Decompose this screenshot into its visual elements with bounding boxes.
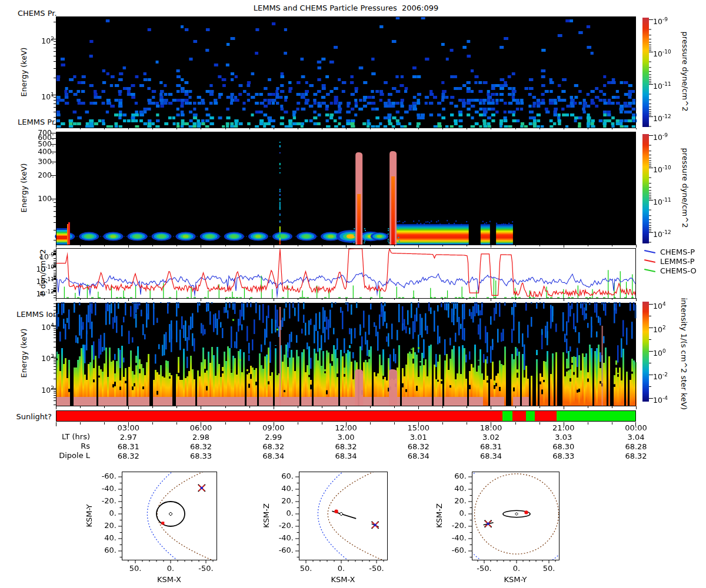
time-row-value: 3.03: [543, 433, 584, 442]
sunlight-segment-red: [512, 411, 526, 421]
rs-row-label: Rs: [14, 442, 90, 450]
axis-tick-label: 10-4: [653, 393, 668, 405]
legend-label: LEMMS-P: [660, 257, 695, 266]
time-row-value: 2.98: [181, 433, 222, 442]
axis-tick-label: 10-11: [653, 79, 671, 91]
axis-tick-label: 200.: [25, 171, 54, 180]
sunlight-segment-green: [502, 411, 513, 421]
time-row-value: 68.34: [398, 452, 439, 460]
plot-page: LEMMS and CHEMS Particle Pressures 2006:…: [0, 0, 706, 588]
axis-tick-label: 102: [25, 383, 54, 395]
time-row-value: 68.33: [543, 452, 584, 460]
axis-tick-label: 10-12: [653, 228, 671, 239]
time-row-value: 00:00: [615, 423, 657, 432]
colorbar1-unit-label: pressure dyne/cm^2: [681, 28, 690, 116]
sunlight-segment-red: [535, 411, 557, 421]
ions-spectrogram-canvas: [46, 302, 639, 410]
axis-tick-label: 100.: [25, 194, 54, 203]
pressure-colorbar-1: [642, 18, 658, 127]
legend-label: CHEMS-P: [660, 248, 695, 256]
axis-tick-label: 10-11: [25, 275, 54, 286]
time-row-value: 21:00: [543, 423, 584, 432]
axis-tick-label: 10-12: [653, 112, 671, 123]
chems-spectrogram-canvas: [46, 16, 639, 129]
axis-tick-label: 10-12: [25, 287, 54, 299]
time-row-value: 68.34: [253, 452, 294, 460]
axis-tick-label: 104: [653, 299, 666, 311]
axis-tick-label: 103: [25, 352, 54, 363]
time-row-value: 68.32: [398, 442, 439, 451]
time-row-value: 68.32: [253, 442, 294, 451]
sunlight-bar: [56, 410, 636, 422]
axis-tick-label: 10-10: [653, 47, 671, 59]
orbit-plot-xz-canvas: [259, 468, 404, 588]
lt-row-label: LT (hrs): [14, 432, 90, 441]
axis-tick-label: 104: [25, 320, 54, 332]
axis-tick-label: 10-9: [653, 15, 668, 26]
axis-tick-label: 10-9: [25, 250, 54, 262]
legend-item-lemms-p: LEMMS-P: [644, 257, 703, 266]
axis-tick-label: 10-10: [653, 163, 671, 175]
time-row-value: 09:00: [253, 423, 294, 432]
axis-tick-label: 10-2: [653, 370, 668, 382]
axis-tick-label: 102: [25, 34, 54, 46]
colorbar2-unit-label: pressure dyne/cm^2: [681, 144, 690, 232]
chems-o-line-swatch: [644, 269, 655, 272]
legend-item-chems-o: CHEMS-O: [644, 266, 703, 276]
pressure-lines-canvas: [46, 248, 639, 302]
time-row-value: 06:00: [181, 423, 222, 432]
sunlight-segment-green: [557, 411, 635, 421]
axis-tick-label: 10-10: [25, 262, 54, 274]
legend-item-chems-p: CHEMS-P: [644, 248, 703, 257]
time-row-value: 68.32: [615, 452, 657, 460]
time-row-value: 68.31: [108, 442, 149, 451]
axis-tick-label: 10-11: [653, 195, 671, 207]
axis-tick-label: 102: [653, 323, 666, 335]
time-row-value: 68.30: [543, 442, 584, 451]
time-row-value: 68.33: [181, 452, 222, 460]
time-row-value: 68.32: [325, 442, 367, 451]
axis-tick-label: 101: [25, 90, 54, 102]
page-title: LEMMS and CHEMS Particle Pressures 2006:…: [56, 4, 636, 12]
time-row-value: 15:00: [398, 423, 439, 432]
local-time-values: 2.972.982.993.003.013.023.033.04: [56, 433, 662, 442]
panel2-ylabel: Energy (keV): [19, 162, 28, 215]
sunlight-segment-red: [56, 411, 502, 421]
dipole-l-values: 68.3268.3368.3468.3468.3468.3468.3368.32: [56, 452, 662, 461]
time-row-value: 03:00: [108, 423, 149, 432]
time-row-value: 68.28: [615, 442, 657, 451]
sunlight-label: Sunlight?: [5, 412, 52, 421]
time-row-value: 3.04: [615, 433, 657, 442]
axis-tick-label: 100: [653, 346, 666, 358]
axis-tick-label: 300.: [25, 157, 54, 166]
lemms-spectrogram-canvas: [46, 131, 639, 248]
time-row-value: 68.31: [471, 442, 512, 451]
time-row-value: 68.32: [108, 452, 149, 460]
time-row-value: 3.00: [325, 433, 367, 442]
time-row-value: 68.34: [471, 452, 512, 460]
legend-label: CHEMS-O: [660, 266, 697, 275]
chems-p-line-swatch: [644, 250, 655, 253]
axis-tick-label: 10-9: [653, 131, 668, 142]
time-tick-labels: 03:0006:0009:0012:0015:0018:0021:0000:00: [56, 423, 662, 433]
colorbar3-unit-label: intensity 1/(s cm^2 ster keV): [680, 298, 688, 404]
time-row-value: 68.34: [325, 452, 367, 460]
time-row-value: 12:00: [325, 423, 367, 432]
time-row-value: 3.02: [471, 433, 512, 442]
sunlight-segment-green: [526, 411, 535, 421]
orbit-plot-yz-canvas: [432, 468, 577, 588]
time-row-value: 3.01: [398, 433, 439, 442]
time-row-value: 68.32: [181, 442, 222, 451]
orbit-plot-xy-canvas: [82, 468, 229, 588]
lemms-p-line-swatch: [644, 259, 655, 263]
dipole-row-label: Dipole L: [14, 451, 90, 460]
axis-tick-label: 400.: [25, 147, 54, 156]
time-row-value: 18:00: [471, 423, 512, 432]
radial-distance-values: 68.3168.3268.3268.3268.3268.3168.3068.28: [56, 442, 662, 452]
time-row-value: 2.97: [108, 433, 149, 442]
time-row-value: 2.99: [253, 433, 294, 442]
